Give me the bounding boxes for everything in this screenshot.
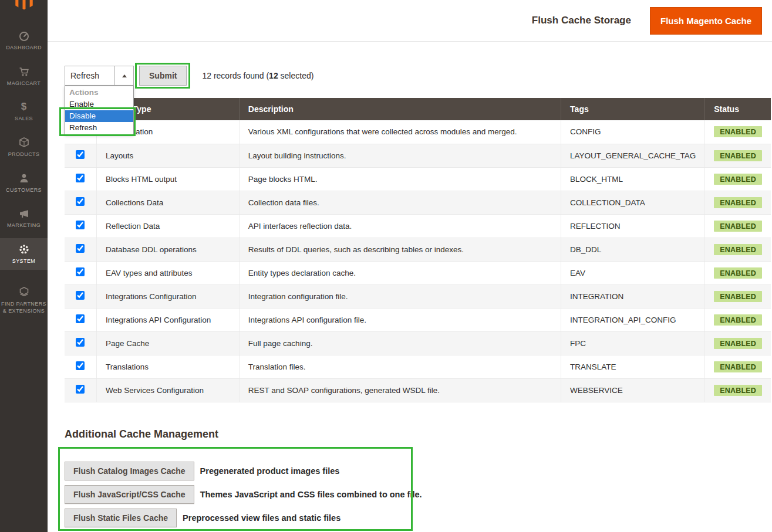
sidebar-item-sales[interactable]: $SALES [0, 96, 48, 127]
flush-button-flush-catalog-images-cache[interactable]: Flush Catalog Images Cache [65, 462, 194, 480]
sidebar-nav: DASHBOARDMAGICCART$SALESPRODUCTSCUSTOMER… [0, 25, 48, 323]
row-checkbox[interactable] [76, 221, 85, 229]
sidebar-item-customers[interactable]: CUSTOMERS [0, 167, 48, 199]
customers-icon [1, 172, 46, 185]
description-cell: Layout building instructions. [239, 144, 561, 167]
table-row: ConfigurationVarious XML configurations … [65, 120, 771, 144]
description-cell: Various XML configurations that were col… [239, 120, 561, 144]
submit-button[interactable]: Submit [139, 66, 187, 86]
row-checkbox[interactable] [76, 197, 85, 206]
cache-type-cell: Reflection Data [96, 214, 239, 238]
selected-count: 12 [269, 71, 278, 80]
tags-cell: CONFIG [561, 120, 705, 144]
status-cell: ENABLED [705, 144, 771, 167]
mass-action-selected-value: Refresh [65, 66, 114, 85]
table-row: Blocks HTML outputPage blocks HTML.BLOCK… [65, 167, 771, 191]
status-cell: ENABLED [705, 308, 771, 331]
tags-cell: INTEGRATION_API_CONFIG [561, 308, 705, 331]
records-text: records found ( [211, 71, 269, 80]
cache-grid-body: ConfigurationVarious XML configurations … [65, 120, 771, 402]
status-badge: ENABLED [714, 267, 762, 279]
row-checkbox[interactable] [76, 385, 85, 394]
description-cell: Integrations API configuration file. [239, 308, 561, 331]
flush-button-flush-static-files-cache[interactable]: Flush Static Files Cache [65, 509, 177, 527]
sidebar-item-label: PRODUCTS [1, 151, 46, 158]
sidebar-item-marketing[interactable]: MARKETING [0, 202, 48, 234]
status-cell: ENABLED [705, 261, 771, 284]
description-cell: Collection data files. [239, 191, 561, 214]
tags-cell: INTEGRATION [561, 284, 705, 308]
products-icon [1, 137, 46, 150]
flush-cache-storage-button[interactable]: Flush Cache Storage [532, 15, 631, 26]
table-row: Integrations API ConfigurationIntegratio… [65, 308, 771, 331]
system-icon [1, 243, 46, 256]
flush-button-row: Flush Catalog Images CachePregenerated p… [65, 462, 772, 480]
dropdown-option-refresh[interactable]: Refresh [65, 122, 133, 134]
additional-cache-title: Additional Cache Management [65, 428, 772, 440]
row-checkbox[interactable] [76, 338, 85, 347]
row-checkbox[interactable] [76, 150, 85, 159]
tags-cell: BLOCK_HTML [561, 167, 705, 191]
status-cell: ENABLED [705, 331, 771, 355]
cache-type-cell: Blocks HTML output [96, 167, 239, 191]
flush-buttons: Flush Catalog Images CachePregenerated p… [65, 462, 772, 527]
status-badge: ENABLED [714, 221, 762, 232]
sidebar-item-find-partners[interactable]: FIND PARTNERS & EXTENSIONS [0, 281, 48, 319]
sidebar-item-system[interactable]: SYSTEM [0, 238, 48, 270]
cache-type-cell: Web Services Configuration [96, 378, 239, 402]
status-badge: ENABLED [714, 126, 762, 137]
dropdown-option-disable[interactable]: Disable [65, 110, 133, 122]
description-cell: Full page caching. [239, 331, 561, 355]
tags-cell: DB_DDL [561, 238, 705, 261]
cache-type-cell: Page Cache [96, 331, 239, 355]
status-badge: ENABLED [714, 197, 762, 208]
tags-cell: FPC [561, 331, 705, 355]
status-cell: ENABLED [705, 214, 771, 238]
tags-cell: REFLECTION [561, 214, 705, 238]
description-cell: REST and SOAP configurations, generated … [239, 378, 561, 402]
dropdown-option-enable[interactable]: Enable [65, 99, 133, 110]
flush-button-flush-javascript-css-cache[interactable]: Flush JavaScript/CSS Cache [65, 485, 194, 504]
grid-toolbar: Refresh ActionsEnableDisableRefresh Subm… [65, 66, 772, 86]
sidebar-item-label: FIND PARTNERS & EXTENSIONS [1, 301, 46, 314]
mass-action-select[interactable]: Refresh ActionsEnableDisableRefresh [65, 66, 134, 86]
chevron-up-icon [122, 74, 127, 77]
sidebar-item-label: SALES [1, 116, 46, 123]
page-header: Flush Cache Storage Flush Magento Cache [48, 0, 772, 42]
status-badge: ENABLED [714, 150, 762, 161]
sidebar-item-dashboard[interactable]: DASHBOARD [0, 25, 48, 56]
admin-sidebar: DASHBOARDMAGICCART$SALESPRODUCTSCUSTOMER… [0, 0, 48, 532]
column-header-status: Status [705, 98, 771, 120]
row-checkbox[interactable] [76, 244, 85, 253]
select-arrow-button[interactable] [114, 66, 133, 85]
row-checkbox[interactable] [76, 291, 85, 300]
table-row: Web Services ConfigurationREST and SOAP … [65, 378, 771, 402]
additional-cache-section: Additional Cache Management Flush Catalo… [65, 428, 772, 527]
table-row: Collections DataCollection data files.CO… [65, 191, 771, 214]
table-row: Database DDL operationsResults of DDL qu… [65, 238, 771, 261]
records-count: 12 [202, 71, 211, 80]
magento-logo[interactable] [0, 0, 48, 13]
tags-cell: EAV [561, 261, 705, 284]
sidebar-item-label: DASHBOARD [1, 45, 46, 52]
sidebar-item-label: MARKETING [1, 222, 46, 229]
sidebar-item-products[interactable]: PRODUCTS [0, 131, 48, 163]
dropdown-option-actions[interactable]: Actions [65, 87, 133, 99]
status-badge: ENABLED [714, 338, 762, 349]
flush-button-description: Themes JavaScript and CSS files combined… [200, 490, 422, 499]
status-badge: ENABLED [714, 385, 762, 396]
flush-magento-cache-button[interactable]: Flush Magento Cache [650, 7, 762, 35]
row-checkbox[interactable] [76, 361, 85, 370]
action-dropdown-list: ActionsEnableDisableRefresh [65, 86, 134, 135]
cache-type-cell: EAV types and attributes [96, 261, 239, 284]
row-checkbox[interactable] [76, 314, 85, 323]
cache-type-cell: Database DDL operations [96, 238, 239, 261]
description-cell: Page blocks HTML. [239, 167, 561, 191]
sales-icon: $ [1, 101, 46, 114]
find-partners-icon [1, 286, 46, 299]
row-checkbox[interactable] [76, 267, 85, 276]
table-row: Page CacheFull page caching.FPCENABLED [65, 331, 771, 355]
row-checkbox[interactable] [76, 174, 85, 182]
sidebar-item-magiccart[interactable]: MAGICCART [0, 60, 48, 92]
table-row: EAV types and attributesEntity types dec… [65, 261, 771, 284]
